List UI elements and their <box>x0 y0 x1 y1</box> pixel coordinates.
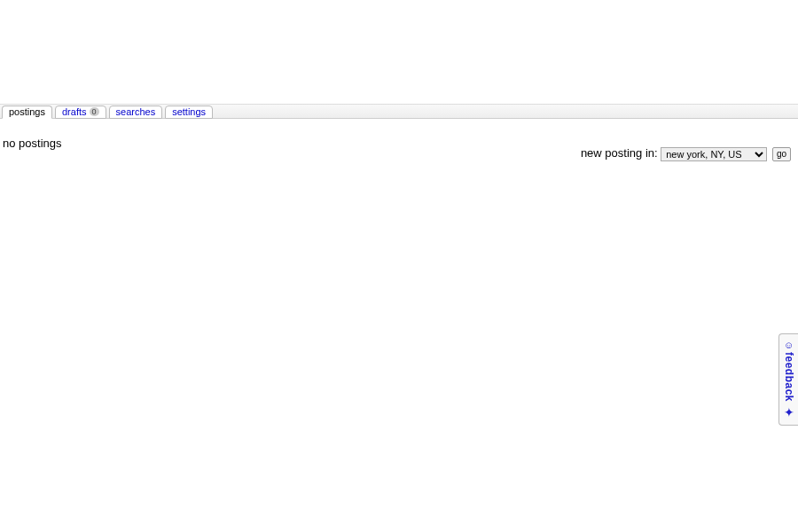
tab-bar: postings drafts 0 searches settings <box>0 104 798 119</box>
go-button[interactable]: go <box>772 147 791 161</box>
puzzle-icon: ✦ <box>784 405 794 419</box>
tab-searches[interactable]: searches <box>109 106 163 119</box>
tab-drafts-badge: 0 <box>90 107 99 116</box>
location-select[interactable]: new york, NY, US <box>661 147 767 161</box>
tab-drafts[interactable]: drafts 0 <box>55 106 106 119</box>
tab-settings[interactable]: settings <box>165 106 213 119</box>
tab-postings-label: postings <box>9 107 45 117</box>
tab-drafts-label: drafts <box>62 107 87 117</box>
feedback-label: feedback <box>783 352 795 402</box>
tab-settings-label: settings <box>172 107 206 117</box>
tab-searches-label: searches <box>116 107 156 117</box>
smile-icon: ☺ <box>784 340 794 350</box>
new-posting-label: new posting in: <box>581 146 658 160</box>
feedback-tab[interactable]: ☺ feedback ✦ <box>778 333 798 426</box>
tab-postings[interactable]: postings <box>2 106 52 119</box>
